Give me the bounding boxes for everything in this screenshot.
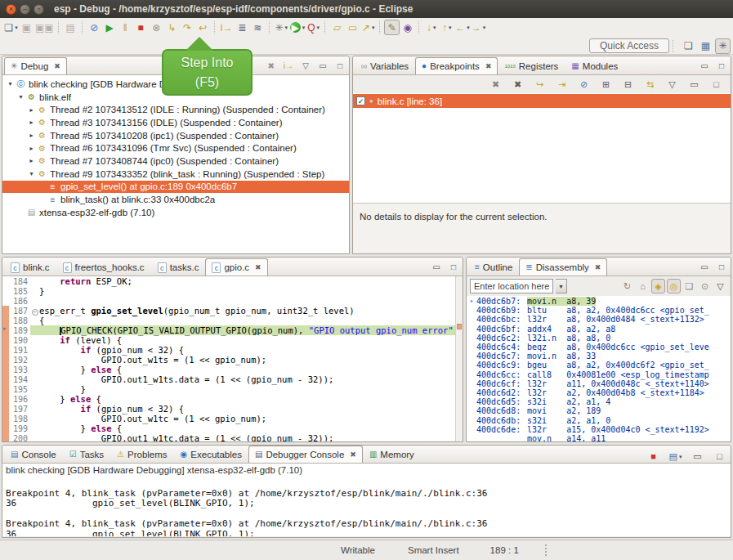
debug-tree-item[interactable]: ≡blink_task() at blink.c:33 0x400dbc2a <box>2 193 349 206</box>
collapse-all-button[interactable]: ⊟ <box>620 77 636 92</box>
home-button[interactable]: ⌂ <box>636 279 650 293</box>
tab-modules[interactable]: ▦Modules <box>565 57 624 74</box>
back-button[interactable]: ←▾ <box>454 20 471 35</box>
step-into-button[interactable]: ↳ <box>164 20 180 35</box>
remove-all-breakpoints-button[interactable]: ✖ <box>510 77 525 92</box>
maximize-view-button[interactable]: □ <box>708 77 724 92</box>
open-element-button[interactable]: ▤ <box>63 20 78 35</box>
open-new-view-button[interactable]: ❏ <box>682 279 696 293</box>
goto-file-button[interactable]: ⇥ <box>554 77 570 92</box>
debug-tree-item[interactable]: ▸⚙Thread #3 1073413156 (IDLE) (Suspended… <box>2 116 349 129</box>
show-breakpoints-for-button[interactable]: ↪ <box>532 77 548 92</box>
show-debug-sets-button[interactable]: ≣ <box>235 20 250 35</box>
skip-all-breakpoints-toggle[interactable]: ⊘ <box>576 77 592 92</box>
minimize-view-button[interactable]: ▭ <box>699 261 710 273</box>
show-annotations-button[interactable]: ◉ <box>400 20 415 35</box>
tab-debugger-console[interactable]: ▤Debugger Console✖ <box>248 446 363 463</box>
debug-tree-item[interactable]: ▸⚙Thread #6 1073431096 (Tmr Svc) (Suspen… <box>2 141 349 155</box>
overview-ruler[interactable] <box>455 276 463 441</box>
pin-view-button[interactable]: ⊙ <box>698 279 712 293</box>
close-tab-icon[interactable]: ✖ <box>350 450 356 459</box>
tab-disassembly[interactable]: ≣Disassembly✖ <box>519 258 607 276</box>
debug-tree-item[interactable]: ▸⚙Thread #7 1073408744 (ipc0) (Suspended… <box>2 155 349 168</box>
save-button[interactable]: ▣ <box>19 20 34 35</box>
tree-expander-icon[interactable]: ▸ <box>27 119 36 126</box>
location-input[interactable]: Enter location here <box>470 279 553 293</box>
tree-expander-icon[interactable]: ▸ <box>27 132 36 139</box>
tab-console[interactable]: ▤Console <box>4 446 63 463</box>
debug-tree-item[interactable]: ▸⚙Thread #2 1073413512 (IDLE : Running) … <box>2 103 349 116</box>
run-history-button[interactable]: ▶▾ <box>289 20 306 35</box>
instruction-stepping-mode-button[interactable]: i→ <box>283 60 294 72</box>
tab-registers[interactable]: 1010Registers <box>498 57 565 74</box>
trace-control-button[interactable]: ≋ <box>250 20 266 35</box>
tab-variables[interactable]: (x)Variables <box>355 57 415 74</box>
tab-freertos-hooks-c[interactable]: cfreertos_hooks.c <box>56 258 151 276</box>
maximize-view-button[interactable]: □ <box>716 261 727 273</box>
last-edit-location-button[interactable]: ↓▾ <box>423 20 439 35</box>
remove-all-terminated-button[interactable]: ✖ <box>266 60 277 72</box>
minimize-view-button[interactable]: ▭ <box>686 77 702 92</box>
link-with-debug-view-toggle[interactable]: ⇆ <box>642 77 658 92</box>
fold-marker-icon[interactable]: − <box>30 306 39 316</box>
suspend-button[interactable]: ‖ <box>118 20 133 35</box>
disconnect-button[interactable]: ⊗ <box>149 20 164 35</box>
tab-tasks-c[interactable]: ctasks.c <box>151 258 206 276</box>
tree-expander-icon[interactable]: ▸ <box>27 145 36 152</box>
minimize-view-button[interactable]: ▭ <box>431 261 442 273</box>
debug-tree-item[interactable]: ▾⚙Thread #9 1073433352 (blink_task : Run… <box>2 168 349 181</box>
open-folder-button[interactable]: ▭ <box>345 20 360 35</box>
display-selected-console-button[interactable]: ▤▾ <box>668 449 683 464</box>
maximize-view-button[interactable]: □ <box>712 449 727 464</box>
close-tab-icon[interactable]: ✖ <box>54 62 60 70</box>
terminate-button[interactable]: ■ <box>133 20 149 35</box>
tree-expander-icon[interactable]: ▸ <box>27 157 36 164</box>
open-c-project-button[interactable]: ▱ <box>329 20 345 35</box>
view-menu-button[interactable]: ▽ <box>300 60 311 72</box>
tab-blink-c[interactable]: cblink.c <box>4 258 56 276</box>
tree-expander-icon[interactable]: ▸ <box>27 106 36 114</box>
debug-tree-item[interactable]: ≡gpio_set_level() at gpio.c:189 0x400dc6… <box>2 181 349 194</box>
cpp-perspective-button[interactable]: ▦ <box>698 38 713 54</box>
close-tab-icon[interactable]: ✖ <box>485 62 492 70</box>
tab-breakpoints[interactable]: ●Breakpoints✖ <box>415 57 498 74</box>
step-over-button[interactable]: ↷ <box>180 20 195 35</box>
show-source-toggle[interactable]: ◈ <box>651 279 665 293</box>
tab-tasks[interactable]: ☑Tasks <box>63 446 110 463</box>
tab-memory[interactable]: ▥Memory <box>363 446 421 463</box>
location-dropdown-button[interactable]: ▼ <box>556 279 567 293</box>
refresh-view-button[interactable]: ↻ <box>620 279 634 293</box>
minimize-view-button[interactable]: ▭ <box>317 60 329 72</box>
minimize-window-button[interactable]: – <box>20 4 30 15</box>
expand-all-button[interactable]: ⊞ <box>598 77 614 92</box>
step-return-button[interactable]: ↩ <box>195 20 211 35</box>
tab-problems[interactable]: ⚠Problems <box>110 446 174 463</box>
resume-button[interactable]: ▶ <box>102 20 118 35</box>
tab-debug[interactable]: ✳Debug✖ <box>4 57 67 74</box>
close-tab-icon[interactable]: ✖ <box>595 263 601 271</box>
tab-executables[interactable]: ◉Executables <box>174 446 248 463</box>
close-window-button[interactable]: × <box>6 4 16 15</box>
quick-access-button[interactable]: Quick Access <box>589 38 669 53</box>
tab-outline[interactable]: ≡Outline <box>468 258 519 276</box>
debug-tree-item[interactable]: ▸⚙Thread #5 1073410208 (ipc1) (Suspended… <box>2 129 349 142</box>
skip-all-breakpoints-button[interactable]: ⊘ <box>87 20 102 35</box>
save-all-button[interactable]: ▣▣ <box>34 20 55 35</box>
new-wizard-button[interactable]: ❏▾ <box>3 20 19 35</box>
maximize-view-button[interactable]: □ <box>334 60 346 72</box>
minimize-view-button[interactable]: ▭ <box>690 449 705 464</box>
forward-button[interactable]: →▾ <box>471 20 487 35</box>
remove-breakpoint-button[interactable]: ✖ <box>488 77 503 92</box>
tab-gpio-c[interactable]: cgpio.c✖ <box>205 258 267 276</box>
disassembly-listing[interactable]: ➤400dc6b7:movi.n a8, 39400dc6b9:bltu a8,… <box>467 296 731 441</box>
maximize-view-button[interactable]: □ <box>448 261 459 273</box>
tree-expander-icon[interactable]: ▾ <box>16 93 25 101</box>
view-menu-button[interactable]: ▽ <box>713 279 727 293</box>
open-perspective-button[interactable]: ❏ <box>681 38 696 54</box>
close-tab-icon[interactable]: ✖ <box>255 263 261 271</box>
minimize-view-button[interactable]: ▭ <box>699 60 710 72</box>
view-menu-button[interactable]: ▽ <box>664 77 680 92</box>
breakpoint-row[interactable]: ✓●blink.c [line: 36] <box>353 94 731 108</box>
tree-expander-icon[interactable]: ▾ <box>6 80 15 87</box>
sync-with-context-toggle[interactable]: ◎ <box>667 279 681 293</box>
